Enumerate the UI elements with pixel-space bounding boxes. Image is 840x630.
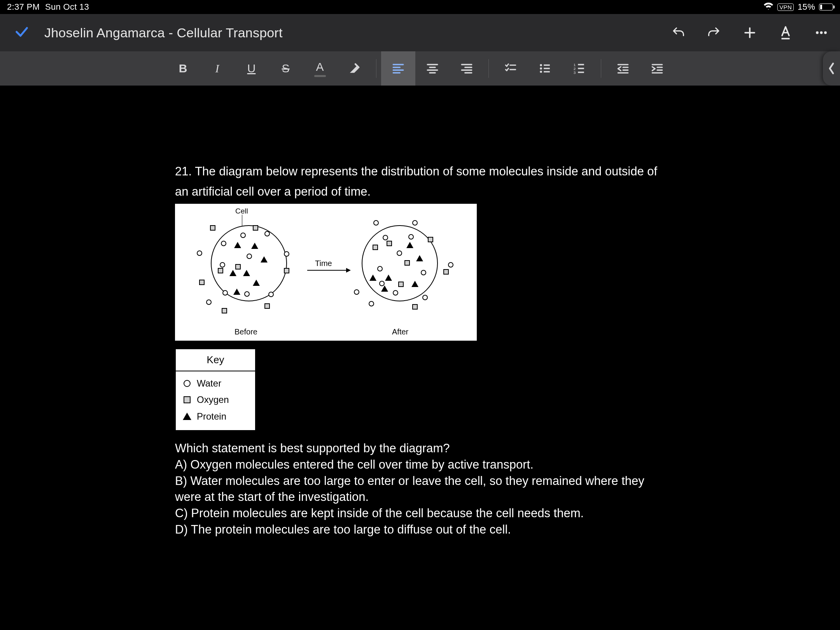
numbered-list-button[interactable]: 123 — [562, 51, 596, 86]
choice-b-line1: B) Water molecules are too large to ente… — [175, 473, 665, 489]
align-right-button[interactable] — [450, 51, 484, 86]
svg-point-1 — [816, 32, 819, 34]
checklist-button[interactable] — [494, 51, 528, 86]
add-button[interactable] — [743, 26, 757, 40]
key-label: Water — [197, 377, 221, 390]
text-color-button[interactable]: A — [303, 51, 337, 86]
text-format-button[interactable] — [779, 25, 793, 40]
question-prompt-line2: an artificial cell over a period of time… — [175, 184, 665, 200]
key-label: Oxygen — [197, 394, 229, 406]
app-header: Jhoselin Angamarca - Cellular Transport — [0, 14, 840, 51]
format-toolbar: B I U S A 123 — [0, 51, 840, 86]
key-title: Key — [176, 349, 255, 371]
align-center-button[interactable] — [415, 51, 450, 86]
svg-point-4 — [540, 64, 542, 66]
italic-button[interactable]: I — [200, 51, 234, 86]
vpn-badge: VPN — [777, 4, 794, 11]
more-button[interactable] — [814, 26, 828, 40]
choice-a: A) Oxygen molecules entered the cell ove… — [175, 457, 665, 473]
svg-rect-0 — [782, 38, 790, 40]
cell-diagram: Cell — [175, 204, 477, 341]
svg-point-6 — [540, 71, 542, 73]
strikethrough-button[interactable]: S — [269, 51, 303, 86]
choice-d: D) The protein molecules are too large t… — [175, 522, 665, 538]
underline-button[interactable]: U — [234, 51, 269, 86]
svg-point-2 — [820, 32, 823, 34]
key-row-water: Water — [183, 375, 248, 392]
check-icon[interactable] — [14, 24, 30, 41]
document-canvas[interactable]: 21. The diagram below represents the dis… — [0, 86, 840, 538]
bold-button[interactable]: B — [166, 51, 200, 86]
increase-indent-button[interactable] — [640, 51, 674, 86]
question-prompt-line1: 21. The diagram below represents the dis… — [175, 163, 665, 180]
key-row-oxygen: Oxygen — [183, 392, 248, 408]
redo-button[interactable] — [707, 26, 721, 40]
undo-button[interactable] — [671, 26, 685, 40]
text-color-letter: A — [316, 60, 324, 74]
key-row-protein: Protein — [183, 408, 248, 425]
key-label: Protein — [197, 410, 226, 423]
decrease-indent-button[interactable] — [606, 51, 640, 86]
svg-text:3: 3 — [573, 70, 576, 75]
document-title: Jhoselin Angamarca - Cellular Transport — [44, 25, 283, 40]
battery-icon — [819, 4, 833, 10]
diagram-key: Key Water Oxygen Protein — [175, 348, 256, 431]
bullet-list-button[interactable] — [528, 51, 562, 86]
choice-b-line2: were at the start of the investigation. — [175, 489, 665, 505]
battery-text: 15% — [798, 2, 815, 12]
choice-c: C) Protein molecules are kept inside of … — [175, 505, 665, 522]
time-arrow-icon — [307, 270, 350, 271]
status-time: 2:37 PM — [7, 2, 40, 12]
diagram-before-label: Before — [234, 327, 257, 337]
collapse-toolbar-button[interactable] — [823, 51, 840, 86]
diagram-time-label: Time — [315, 258, 332, 269]
svg-point-5 — [540, 67, 542, 70]
question-stem: Which statement is best supported by the… — [175, 440, 665, 457]
svg-point-3 — [824, 32, 827, 34]
status-date: Sun Oct 13 — [45, 2, 89, 12]
status-bar: 2:37 PM Sun Oct 13 VPN 15% — [0, 0, 840, 14]
highlight-button[interactable] — [337, 51, 371, 86]
diagram-after-label: After — [392, 327, 408, 337]
wifi-icon — [763, 2, 774, 12]
align-left-button[interactable] — [381, 51, 415, 86]
